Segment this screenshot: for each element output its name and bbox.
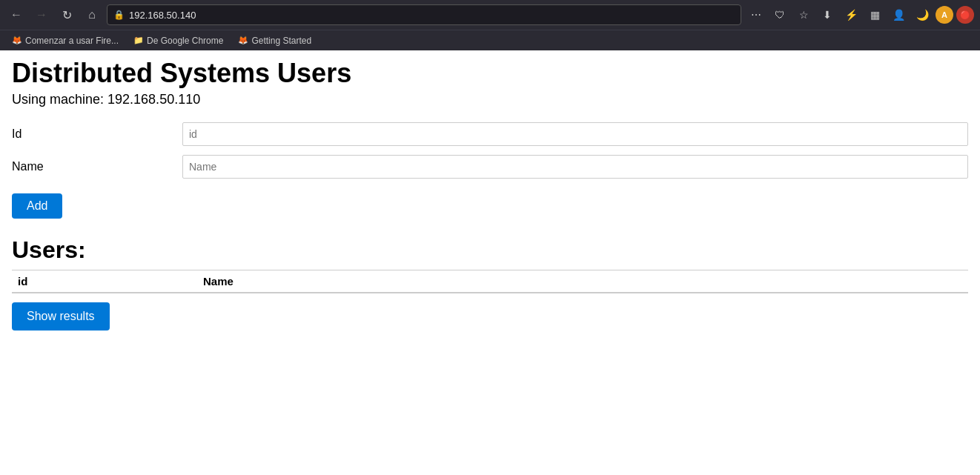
bookmark-item-3[interactable]: 🦊 Getting Started xyxy=(232,34,317,47)
extensions-button[interactable]: ⚡ xyxy=(841,4,861,25)
browser-chrome: ← → ↻ ⌂ 🔒 192.168.50.140 ⋯ 🛡 ☆ ⬇ ⚡ ▦ 👤 🌙… xyxy=(0,0,980,50)
home-button[interactable]: ⌂ xyxy=(82,4,102,25)
users-section: Users: id Name Show results xyxy=(12,236,968,330)
dark-mode-button[interactable]: 🌙 xyxy=(912,4,933,25)
bookmark-item-1[interactable]: 🦊 Comenzar a usar Fire... xyxy=(6,34,125,47)
bookmark-icon-3: 🦊 xyxy=(238,36,248,45)
profile-circle-1[interactable]: A xyxy=(936,6,953,24)
id-row: Id xyxy=(12,122,968,146)
bookmark-button[interactable]: ☆ xyxy=(793,4,814,25)
bookmark-label-2: De Google Chrome xyxy=(147,36,223,46)
bookmark-icon-2: 📁 xyxy=(133,36,144,45)
account-icon: 👤 xyxy=(893,9,905,21)
refresh-button[interactable]: ↻ xyxy=(56,4,77,25)
id-input[interactable] xyxy=(182,122,968,146)
forward-button[interactable]: → xyxy=(31,4,52,25)
machine-info: Using machine: 192.168.50.110 xyxy=(12,92,968,107)
name-row: Name xyxy=(12,155,968,179)
bookmarks-bar: 🦊 Comenzar a usar Fire... 📁 De Google Ch… xyxy=(0,30,980,50)
show-results-button[interactable]: Show results xyxy=(12,302,110,330)
lock-icon: 🔒 xyxy=(113,10,125,20)
profile-circle-2[interactable]: 🔴 xyxy=(956,6,974,24)
bookmark-label-3: Getting Started xyxy=(251,36,311,46)
pocket-button[interactable]: 🛡 xyxy=(769,4,790,25)
download-button[interactable]: ⬇ xyxy=(817,4,838,25)
sidebar-button[interactable]: ▦ xyxy=(864,4,885,25)
toolbar-right: ⋯ 🛡 ☆ ⬇ ⚡ ▦ 👤 🌙 A 🔴 xyxy=(746,4,974,25)
id-label: Id xyxy=(12,127,182,141)
bookmark-label-1: Comenzar a usar Fire... xyxy=(25,36,119,46)
firefox-account-button[interactable]: 👤 xyxy=(888,4,909,25)
bookmark-item-2[interactable]: 📁 De Google Chrome xyxy=(128,34,229,47)
users-heading: Users: xyxy=(12,236,968,264)
name-label: Name xyxy=(12,160,182,173)
url-text: 192.168.50.140 xyxy=(129,10,735,21)
table-header-row: id Name xyxy=(12,270,968,293)
bookmark-icon-1: 🦊 xyxy=(12,36,22,45)
browser-toolbar: ← → ↻ ⌂ 🔒 192.168.50.140 ⋯ 🛡 ☆ ⬇ ⚡ ▦ 👤 🌙… xyxy=(0,0,980,30)
column-header-name: Name xyxy=(197,270,968,293)
column-header-id: id xyxy=(12,270,197,293)
add-button[interactable]: Add xyxy=(12,193,62,219)
address-bar[interactable]: 🔒 192.168.50.140 xyxy=(107,4,741,25)
form-section: Id Name xyxy=(12,122,968,179)
menu-button[interactable]: ⋯ xyxy=(746,4,767,25)
name-input[interactable] xyxy=(182,155,968,179)
page-content: Distributed Systems Users Using machine:… xyxy=(0,50,980,475)
page-title: Distributed Systems Users xyxy=(12,58,968,89)
back-button[interactable]: ← xyxy=(6,4,27,25)
users-table: id Name xyxy=(12,270,968,293)
